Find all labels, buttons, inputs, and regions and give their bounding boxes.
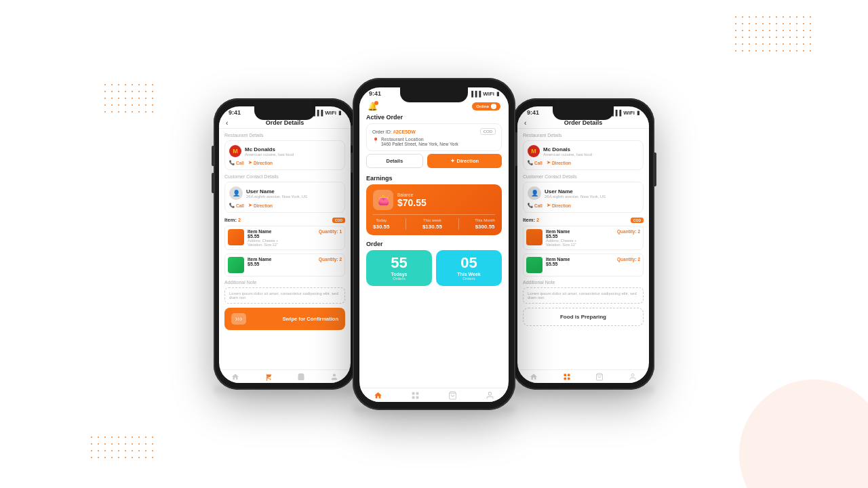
- nav-profile-center[interactable]: [486, 391, 494, 400]
- notification-icon[interactable]: 🔔: [368, 102, 378, 111]
- food-preparing-btn: Food is Preparing: [523, 308, 644, 326]
- order-item-1-left: Item Name $5.55 Addons: Cheese + Variati…: [224, 226, 345, 250]
- back-arrow-left[interactable]: ‹: [226, 119, 228, 127]
- right-phone-notch: [553, 106, 614, 120]
- location-address: 3460 Pallet Street, New York, New York: [381, 142, 458, 146]
- left-phone-reflection: [214, 386, 356, 400]
- direction-icon-restaurant-right: ➤: [547, 160, 551, 165]
- wallet-icon: 👛: [373, 190, 393, 210]
- stat-today-sublabel: Orders: [372, 277, 427, 281]
- left-screen-body: Restaurant Details M Mc Donalds American…: [219, 129, 351, 369]
- customer-call-btn-right[interactable]: 📞 Call: [528, 203, 542, 208]
- center-bottom-nav: [359, 388, 509, 402]
- direction-btn[interactable]: ✦ Direction: [427, 154, 502, 168]
- note-label-right: Additional Note: [523, 280, 644, 285]
- earn-divider-2: [458, 218, 459, 230]
- earning-week: This week $130.55: [422, 218, 442, 230]
- left-bottom-nav: [219, 369, 351, 383]
- note-box-left: Lorem ipsum dolor sit amet, consectetur …: [224, 287, 345, 304]
- svg-point-7: [488, 392, 491, 395]
- swipe-btn-left[interactable]: ››› Swipe for Confirmation: [224, 308, 345, 330]
- customer-section-label-right: Customer Contact Details: [523, 174, 644, 179]
- customer-avatar-right: 👤: [528, 186, 541, 200]
- toggle-circle: [491, 104, 496, 109]
- center-phone-reflection: [353, 407, 515, 420]
- direction-row: Details ✦ Direction: [366, 154, 502, 168]
- online-label: Online: [476, 104, 489, 108]
- customer-text-left: User Name 26A eighth avenue, New York, U…: [246, 188, 307, 199]
- order-item-2-right: Item Name $5.55 Quantity: 2: [523, 253, 644, 277]
- restaurant-dir-btn-right[interactable]: ➤ Direction: [547, 160, 571, 165]
- center-status-icons: ▐▐▐ WiFi ▮: [469, 91, 499, 97]
- svg-rect-11: [568, 378, 570, 380]
- customer-section-label-left: Customer Contact Details: [224, 174, 345, 179]
- side-button-right-center-phone: [515, 132, 517, 166]
- right-status-icons: ▐▐▐ WiFi ▮: [610, 110, 639, 116]
- nav-bag-left[interactable]: [297, 373, 305, 381]
- center-phone-notch: [400, 87, 468, 102]
- nav-home-left[interactable]: [231, 373, 239, 381]
- nav-profile-right[interactable]: [629, 373, 637, 381]
- nav-bag-center[interactable]: [448, 391, 457, 400]
- svg-rect-9: [568, 374, 570, 377]
- back-arrow-right[interactable]: ‹: [524, 119, 526, 127]
- customer-call-btn-left[interactable]: 📞 Call: [229, 203, 244, 208]
- nav-orders-right[interactable]: [563, 373, 571, 381]
- customer-name-left: User Name: [246, 188, 307, 195]
- note-text-right: Lorem ipsum dolor sit amet, consectetur …: [528, 291, 639, 300]
- right-time: 9:41: [527, 109, 539, 116]
- restaurant-call-btn-right[interactable]: 📞 Call: [528, 160, 542, 165]
- phone-right: 9:41 ▐▐▐ WiFi ▮ ‹ Order Details Restaura…: [512, 98, 654, 390]
- signal-icon-center: ▐▐▐: [469, 91, 481, 97]
- customer-dir-btn-right[interactable]: ➤ Direction: [547, 203, 571, 208]
- details-btn[interactable]: Details: [366, 154, 423, 168]
- nav-orders-left[interactable]: [264, 373, 273, 381]
- location-label: Restaurant Location: [381, 137, 458, 142]
- left-phone-notch: [254, 106, 315, 120]
- order-item-1-right: Item Name $5.55 Addons: Cheese + Variati…: [523, 226, 644, 250]
- restaurant-card-left: M Mc Donalds American cuisine, fast food…: [224, 140, 345, 170]
- restaurant-dir-btn-left[interactable]: ➤ Direction: [248, 160, 273, 165]
- customer-action-row-left: 📞 Call ➤ Direction: [229, 203, 340, 208]
- nav-home-center[interactable]: [374, 391, 382, 400]
- right-screen-content: 9:41 ▐▐▐ WiFi ▮ ‹ Order Details Restaura…: [517, 106, 649, 383]
- right-phone-reflection: [512, 386, 654, 400]
- online-toggle[interactable]: Online: [472, 102, 500, 110]
- restaurant-section-label: Restaurant Details: [224, 133, 345, 138]
- left-time: 9:41: [229, 109, 241, 116]
- nav-profile-left[interactable]: [330, 373, 338, 381]
- balance-label: Balance: [397, 192, 427, 197]
- order-item-2-left: Item Name $5.55 Quantity: 2: [224, 253, 345, 277]
- bg-circle-bottom-right: [739, 380, 868, 488]
- nav-orders-center[interactable]: [411, 391, 420, 400]
- items-header-right: Item: 2 COD: [523, 217, 644, 223]
- restaurant-text-left: Mc Donalds American cuisine, fast food: [245, 146, 294, 157]
- customer-action-row-right: 📞 Call ➤ Direction: [528, 203, 639, 208]
- customer-card-right: 👤 User Name 26A eighth avenue, New York,…: [523, 182, 644, 213]
- location-text: Restaurant Location 3460 Pallet Street, …: [381, 137, 458, 146]
- cod-tag-center: COD: [480, 128, 496, 135]
- wifi-icon: WiFi: [325, 110, 336, 116]
- restaurant-sub-left: American cuisine, fast food: [245, 152, 294, 157]
- center-phone-screen: 9:41 ▐▐▐ WiFi ▮ 🔔 Online: [359, 87, 509, 402]
- restaurant-text-right: Mc Donals American cuisine, fast food: [543, 146, 592, 157]
- left-screen-content: 9:41 ▐▐▐ WiFi ▮ ‹ Order Details Restaura…: [219, 106, 351, 383]
- mcd-logo-right: M: [528, 145, 540, 157]
- nav-bag-right[interactable]: [595, 373, 604, 381]
- nav-home-right[interactable]: [530, 373, 538, 381]
- battery-icon: ▮: [338, 110, 341, 116]
- note-label-left: Additional Note: [224, 280, 345, 285]
- direction-icon-customer-left: ➤: [248, 203, 252, 208]
- bg-dots-top-right: [732, 14, 814, 54]
- customer-dir-btn-left[interactable]: ➤ Direction: [248, 203, 273, 208]
- items-label-left: Item: 2: [224, 217, 241, 223]
- bg-dots-bottom-left: [88, 434, 156, 461]
- side-button-left2-center-phone: [351, 152, 353, 173]
- restaurant-info-left: M Mc Donalds American cuisine, fast food: [229, 145, 340, 157]
- side-button-left1-left-phone: [212, 146, 214, 166]
- restaurant-call-btn-left[interactable]: 📞 Call: [229, 160, 244, 165]
- location-icon: 📍: [372, 138, 379, 144]
- order-id-value: #2CE5DW: [393, 129, 416, 134]
- active-order-section: Active Order Order ID: #2CE5DW COD 📍: [359, 114, 509, 175]
- phones-wrapper: 9:41 ▐▐▐ WiFi ▮ ‹ Order Details Restaura…: [214, 78, 654, 410]
